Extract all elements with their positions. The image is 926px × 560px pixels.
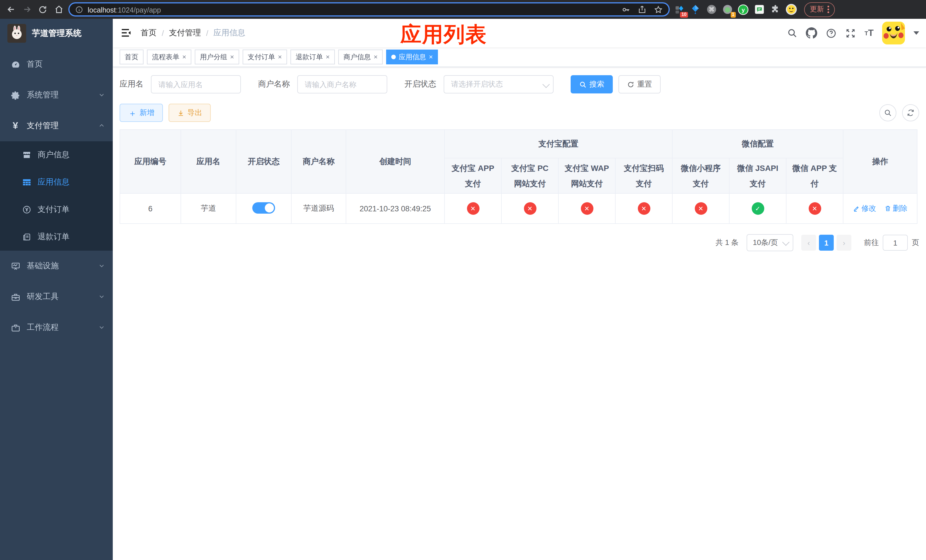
- search-icon[interactable]: [787, 28, 797, 38]
- chevron-down-icon: [542, 80, 549, 88]
- tab-app-info[interactable]: 应用信息×: [386, 50, 438, 64]
- sidebar-item-label: 系统管理: [27, 90, 98, 100]
- goto-page-input[interactable]: [883, 235, 908, 251]
- merchant-name-label: 商户名称: [258, 79, 290, 89]
- extension-kite-icon[interactable]: [689, 3, 702, 16]
- column-header: 微信 JSAPI 支付: [729, 158, 786, 194]
- group-header-alipay: 支付宝配置: [445, 130, 672, 158]
- grid-icon: [22, 177, 31, 187]
- toolbox-icon: [10, 292, 21, 302]
- tab-refund-orders[interactable]: 退款订单×: [291, 50, 335, 64]
- help-icon[interactable]: [826, 28, 837, 38]
- font-size-icon[interactable]: TT: [864, 28, 874, 38]
- tab-home[interactable]: 首页: [120, 50, 144, 64]
- sidebar-item-label: 商户信息: [38, 150, 70, 160]
- status-toggle[interactable]: [252, 202, 275, 213]
- share-icon[interactable]: [638, 5, 646, 14]
- document-icon: [22, 232, 31, 242]
- prev-page-button[interactable]: ‹: [801, 235, 816, 251]
- back-icon[interactable]: [5, 3, 17, 16]
- channel-status-badge: ✕: [694, 202, 707, 215]
- close-icon[interactable]: ×: [326, 50, 330, 64]
- sidebar-item-dev-tools[interactable]: 研发工具: [0, 282, 113, 312]
- sidebar-item-workflow[interactable]: 工作流程: [0, 312, 113, 343]
- sidebar-item-home[interactable]: 首页: [0, 49, 113, 80]
- extension-y-icon[interactable]: y: [737, 3, 749, 16]
- edit-pencil-icon: [853, 205, 859, 212]
- avatar-dropdown-caret-icon[interactable]: [914, 31, 919, 35]
- status-label: 开启状态: [404, 79, 436, 89]
- page-number-1[interactable]: 1: [819, 235, 834, 251]
- refresh-table-button[interactable]: [902, 104, 919, 121]
- sidebar-item-label: 支付订单: [38, 204, 70, 215]
- extensions-puzzle-icon[interactable]: [769, 3, 781, 16]
- browser-update-button[interactable]: 更新: [804, 2, 835, 17]
- cell-app-id: 6: [120, 194, 181, 224]
- sidebar-item-payment[interactable]: ¥ 支付管理: [0, 110, 113, 141]
- sidebar-item-label: 应用信息: [38, 177, 70, 188]
- edit-button[interactable]: 修改: [853, 203, 876, 213]
- avatar-extension-badge: 1: [730, 12, 736, 17]
- column-header: 应用编号: [120, 130, 181, 194]
- breadcrumb-payment[interactable]: 支付管理: [169, 28, 201, 38]
- app-name-input[interactable]: [151, 75, 241, 94]
- tab-process-form[interactable]: 流程表单×: [147, 50, 191, 64]
- sidebar-item-refund-orders[interactable]: 退款订单: [0, 223, 113, 251]
- page-size-select[interactable]: 10条/页: [747, 234, 793, 251]
- tab-user-group[interactable]: 用户分组×: [195, 50, 239, 64]
- extension-command-icon[interactable]: ⌘: [705, 3, 717, 16]
- bookmark-star-icon[interactable]: [654, 5, 663, 14]
- next-page-button[interactable]: ›: [837, 235, 851, 251]
- browser-menu-icon[interactable]: [828, 6, 829, 13]
- tags-view-bar: 首页 流程表单× 用户分组× 支付订单× 退款订单× 商户信息× 应用信息×: [113, 47, 926, 67]
- reset-button[interactable]: 重置: [619, 75, 661, 94]
- search-button[interactable]: 搜索: [570, 75, 613, 94]
- extension-tampermonkey-icon[interactable]: 10: [673, 3, 686, 16]
- svg-text:⌘: ⌘: [708, 6, 714, 13]
- sidebar-item-label: 退款订单: [38, 232, 70, 242]
- close-icon[interactable]: ×: [429, 50, 433, 64]
- close-icon[interactable]: ×: [374, 50, 378, 64]
- site-info-icon[interactable]: [75, 5, 83, 14]
- toggle-search-button[interactable]: [879, 104, 896, 121]
- table-toolbar: ＋ 新增 导出: [120, 104, 919, 122]
- sidebar-item-system[interactable]: 系统管理: [0, 80, 113, 110]
- user-avatar[interactable]: [882, 22, 905, 44]
- extension-chat-icon[interactable]: [753, 3, 766, 16]
- column-header: 支付宝 PC 网站支付: [501, 158, 558, 194]
- chevron-up-icon: [98, 121, 105, 130]
- sidebar-menu: 首页 系统管理 ¥ 支付管理: [0, 47, 113, 343]
- sidebar-item-app-info[interactable]: 应用信息: [0, 169, 113, 196]
- sidebar-item-infrastructure[interactable]: 基础设施: [0, 251, 113, 282]
- delete-button[interactable]: 删除: [884, 203, 908, 213]
- fullscreen-icon[interactable]: [845, 28, 856, 38]
- app-title: 芋道管理系统: [32, 28, 82, 38]
- close-icon[interactable]: ×: [230, 50, 234, 64]
- reload-icon[interactable]: [36, 3, 49, 16]
- sidebar-item-merchant-info[interactable]: 商户信息: [0, 141, 113, 169]
- table-row: 6 芋道 芋道源码 2021-10-23 08:49:25 ✕ ✕ ✕ ✕ ✕ …: [120, 194, 917, 224]
- export-button[interactable]: 导出: [169, 104, 211, 122]
- breadcrumb-home[interactable]: 首页: [141, 28, 157, 38]
- password-key-icon[interactable]: [621, 5, 631, 14]
- channel-status-badge: ✕: [808, 202, 821, 215]
- forward-icon[interactable]: [21, 3, 33, 16]
- sidebar-item-pay-orders[interactable]: 支付订单: [0, 196, 113, 223]
- close-icon[interactable]: ×: [278, 50, 282, 64]
- sidebar-collapse-icon[interactable]: [113, 29, 141, 38]
- extension-avatar-icon[interactable]: 1: [721, 3, 734, 16]
- address-bar[interactable]: localhost:1024/pay/app: [68, 2, 670, 17]
- plus-icon: ＋: [128, 109, 137, 117]
- add-button[interactable]: ＋ 新增: [120, 104, 163, 122]
- close-icon[interactable]: ×: [182, 50, 186, 64]
- channel-status-badge: ✕: [524, 202, 536, 215]
- merchant-name-input[interactable]: [297, 75, 387, 94]
- column-header: 支付宝扫码支付: [615, 158, 672, 194]
- github-icon[interactable]: [806, 27, 817, 39]
- search-icon: [884, 109, 892, 117]
- status-select[interactable]: 请选择开启状态: [443, 75, 554, 94]
- tab-merchant-info[interactable]: 商户信息×: [338, 50, 383, 64]
- profile-emoji-icon[interactable]: [785, 3, 797, 16]
- home-icon[interactable]: [52, 3, 65, 16]
- tab-pay-orders[interactable]: 支付订单×: [243, 50, 287, 64]
